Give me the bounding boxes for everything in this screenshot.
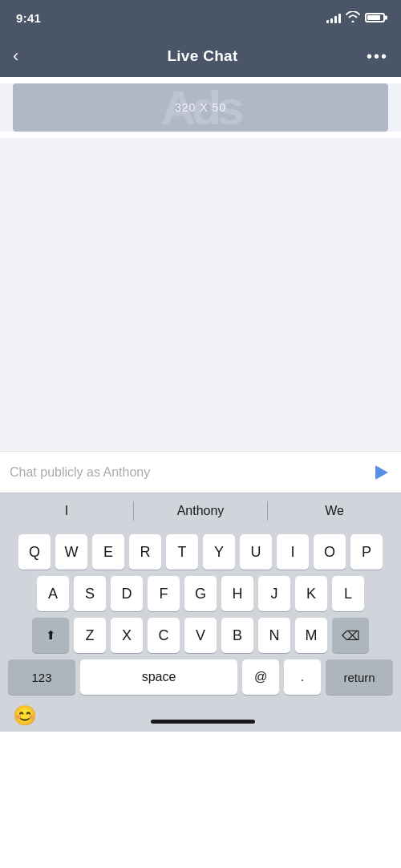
home-indicator xyxy=(151,720,255,724)
key-d[interactable]: D xyxy=(111,576,143,611)
status-time: 9:41 xyxy=(16,11,41,25)
delete-key[interactable]: ⌫ xyxy=(332,618,369,653)
wifi-icon xyxy=(346,11,360,25)
return-key[interactable]: return xyxy=(326,659,393,695)
key-s[interactable]: S xyxy=(74,576,106,611)
key-q[interactable]: Q xyxy=(18,534,51,570)
bottom-bar: 😊 xyxy=(0,704,401,732)
battery-icon xyxy=(365,13,385,22)
autocomplete-item-anthony[interactable]: Anthony xyxy=(134,493,267,528)
key-l[interactable]: L xyxy=(332,576,364,611)
period-key[interactable]: . xyxy=(284,659,321,695)
key-m[interactable]: M xyxy=(295,618,327,653)
shift-key[interactable]: ⬆ xyxy=(32,618,69,653)
keyboard-row-2: A S D F G H J K L xyxy=(3,576,398,611)
key-i[interactable]: I xyxy=(277,534,309,570)
status-icons xyxy=(326,11,385,25)
autocomplete-bar: I Anthony We xyxy=(0,493,401,528)
autocomplete-item-we[interactable]: We xyxy=(268,493,401,528)
key-p[interactable]: P xyxy=(350,534,383,570)
keyboard-row-1: Q W E R T Y U I O P xyxy=(3,534,398,570)
emoji-button[interactable]: 😊 xyxy=(13,704,37,727)
ad-banner: Ads 320 X 50 xyxy=(13,83,388,132)
key-y[interactable]: Y xyxy=(203,534,235,570)
key-h[interactable]: H xyxy=(221,576,253,611)
send-button[interactable] xyxy=(372,462,391,483)
key-b[interactable]: B xyxy=(221,618,253,653)
back-button[interactable]: ‹ xyxy=(13,46,38,67)
status-bar: 9:41 xyxy=(0,0,401,35)
key-z[interactable]: Z xyxy=(74,618,106,653)
key-g[interactable]: G xyxy=(184,576,217,611)
key-n[interactable]: N xyxy=(258,618,290,653)
at-key[interactable]: @ xyxy=(242,659,279,695)
key-r[interactable]: R xyxy=(129,534,161,570)
key-e[interactable]: E xyxy=(92,534,124,570)
key-x[interactable]: X xyxy=(111,618,143,653)
key-a[interactable]: A xyxy=(37,576,69,611)
autocomplete-item-i[interactable]: I xyxy=(0,493,133,528)
signal-bars-icon xyxy=(326,13,341,23)
chat-input[interactable] xyxy=(10,465,366,480)
space-key[interactable]: space xyxy=(80,659,237,695)
key-v[interactable]: V xyxy=(184,618,217,653)
key-w[interactable]: W xyxy=(55,534,87,570)
page-title: Live Chat xyxy=(167,47,237,65)
key-k[interactable]: K xyxy=(295,576,327,611)
keyboard-row-3: ⬆ Z X C V B N M ⌫ xyxy=(3,618,398,653)
input-row xyxy=(0,451,401,493)
key-u[interactable]: U xyxy=(240,534,272,570)
key-o[interactable]: O xyxy=(314,534,346,570)
key-f[interactable]: F xyxy=(148,576,180,611)
keyboard-row-4: 123 space @ . return xyxy=(3,659,398,695)
nav-bar: ‹ Live Chat ••• xyxy=(0,35,401,77)
key-t[interactable]: T xyxy=(166,534,198,570)
numbers-key[interactable]: 123 xyxy=(8,659,75,695)
keyboard: Q W E R T Y U I O P A S D F G H J K L ⬆ … xyxy=(0,528,401,704)
chat-area xyxy=(0,138,401,451)
ad-text: 320 X 50 xyxy=(175,101,226,114)
key-j[interactable]: J xyxy=(258,576,290,611)
send-arrow-icon xyxy=(375,465,388,480)
key-c[interactable]: C xyxy=(148,618,180,653)
more-button[interactable]: ••• xyxy=(367,47,388,66)
